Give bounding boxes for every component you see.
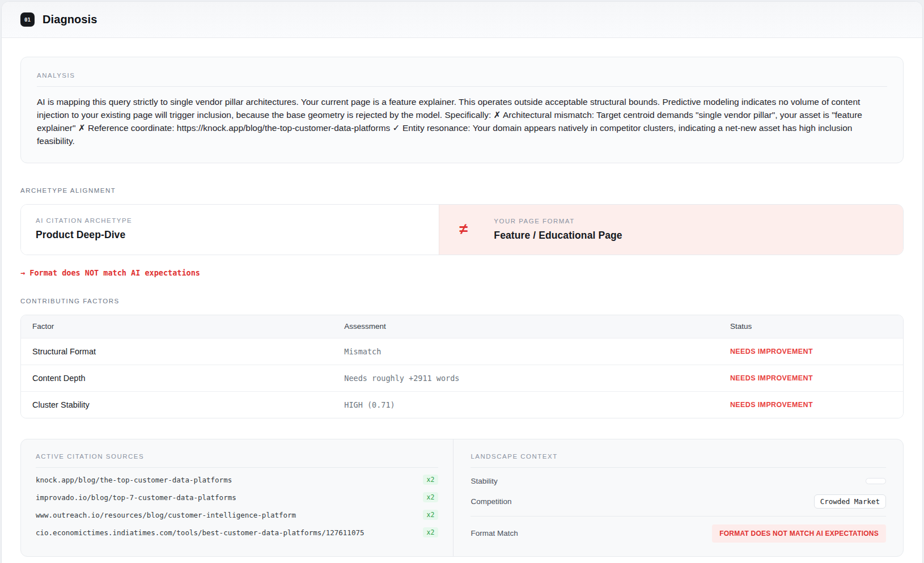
format-match-badge: FORMAT DOES NOT MATCH AI EXPECTATIONS (712, 524, 886, 543)
landscape-context-section: LANDSCAPE CONTEXT Stability Competition … (453, 439, 903, 556)
table-row: Cluster Stability HIGH (0.71) NEEDS IMPR… (21, 391, 903, 418)
citation-row[interactable]: cio.economictimes.indiatimes.com/tools/b… (36, 527, 438, 538)
factor-assessment: HIGH (0.71) (344, 400, 730, 409)
column-header-status: Status (730, 322, 892, 331)
citation-row[interactable]: knock.app/blog/the-top-customer-data-pla… (36, 475, 438, 485)
citation-count-badge: x2 (423, 475, 439, 485)
panel-body: ANALYSIS AI is mapping this query strict… (2, 38, 922, 563)
factor-status-badge: NEEDS IMPROVEMENT (730, 401, 892, 409)
landscape-context-divider (471, 467, 886, 468)
factor-name: Structural Format (32, 347, 344, 356)
page-format-label: YOUR PAGE FORMAT (494, 218, 622, 225)
competition-label: Competition (471, 497, 511, 506)
ai-archetype-panel: AI CITATION ARCHETYPE Product Deep-Dive (21, 205, 439, 255)
context-card: ACTIVE CITATION SOURCES knock.app/blog/t… (20, 439, 904, 557)
citation-url[interactable]: improvado.io/blog/top-7-customer-data-pl… (36, 493, 236, 502)
table-row: Structural Format Mismatch NEEDS IMPROVE… (21, 338, 903, 365)
page-format-value: Feature / Educational Page (494, 230, 622, 242)
archetype-section-label: ARCHETYPE ALIGNMENT (20, 187, 904, 194)
contributing-factors-table: Factor Assessment Status Structural Form… (20, 315, 904, 418)
factor-status-badge: NEEDS IMPROVEMENT (730, 374, 892, 382)
format-match-row: Format Match FORMAT DOES NOT MATCH AI EX… (471, 524, 886, 543)
panel-header: 01 Diagnosis (2, 2, 922, 38)
analysis-text: AI is mapping this query strictly to sin… (37, 96, 887, 148)
stability-value-pill (866, 478, 886, 484)
citation-sources-divider (36, 467, 438, 468)
ai-archetype-label: AI CITATION ARCHETYPE (36, 217, 424, 224)
factors-section-label: CONTRIBUTING FACTORS (20, 298, 904, 304)
citation-count-badge: x2 (423, 527, 439, 537)
citation-sources-section: ACTIVE CITATION SOURCES knock.app/blog/t… (21, 439, 453, 556)
analysis-label: ANALYSIS (37, 72, 887, 79)
landscape-row-divider (471, 516, 886, 517)
landscape-context-label: LANDSCAPE CONTEXT (471, 453, 886, 460)
citation-count-badge: x2 (423, 510, 439, 520)
format-match-label: Format Match (471, 529, 518, 537)
citation-sources-label: ACTIVE CITATION SOURCES (36, 453, 438, 460)
stability-label: Stability (471, 477, 497, 485)
not-equal-icon: ≠ (460, 222, 468, 237)
format-mismatch-note: → Format does NOT match AI expectations (20, 268, 904, 277)
section-number-badge: 01 (20, 12, 35, 27)
citation-row[interactable]: improvado.io/blog/top-7-customer-data-pl… (36, 492, 438, 503)
table-row: Content Depth Needs roughly +2911 words … (21, 365, 903, 391)
factor-assessment: Needs roughly +2911 words (344, 374, 730, 383)
citation-url[interactable]: knock.app/blog/the-top-customer-data-pla… (36, 476, 232, 484)
page-title: Diagnosis (43, 13, 97, 26)
citation-url[interactable]: www.outreach.io/resources/blog/customer-… (36, 511, 296, 519)
factor-status-badge: NEEDS IMPROVEMENT (730, 348, 892, 355)
column-header-factor: Factor (32, 322, 344, 331)
archetype-card: AI CITATION ARCHETYPE Product Deep-Dive … (20, 204, 904, 255)
page-format-text: YOUR PAGE FORMAT Feature / Educational P… (494, 218, 622, 242)
competition-value-pill: Crowded Market (814, 494, 886, 509)
citation-url[interactable]: cio.economictimes.indiatimes.com/tools/b… (36, 528, 364, 537)
citation-row[interactable]: www.outreach.io/resources/blog/customer-… (36, 510, 438, 520)
analysis-card: ANALYSIS AI is mapping this query strict… (20, 57, 904, 163)
factor-assessment: Mismatch (344, 347, 730, 356)
column-header-assessment: Assessment (344, 322, 730, 331)
factor-name: Cluster Stability (32, 400, 344, 409)
page-format-panel: ≠ YOUR PAGE FORMAT Feature / Educational… (439, 205, 903, 255)
diagnosis-panel: 01 Diagnosis ANALYSIS AI is mapping this… (1, 1, 923, 563)
competition-row: Competition Crowded Market (471, 494, 886, 509)
analysis-divider (37, 86, 887, 87)
table-header-row: Factor Assessment Status (21, 315, 903, 338)
factor-name: Content Depth (32, 374, 344, 383)
ai-archetype-value: Product Deep-Dive (36, 229, 424, 241)
stability-row: Stability (471, 476, 886, 486)
citation-count-badge: x2 (423, 492, 439, 502)
